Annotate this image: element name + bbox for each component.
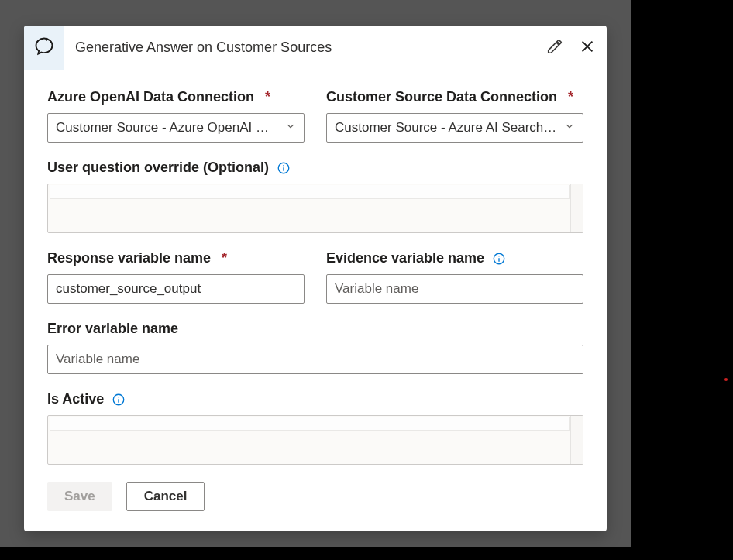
info-icon[interactable]: [277, 161, 291, 175]
side-black-panel: [631, 0, 733, 560]
formula-bar-side: [570, 184, 583, 232]
response-variable-name-label: Response variable name*: [47, 250, 305, 266]
azure-openai-connection-value: Customer Source - Azure OpenAI …: [56, 120, 279, 136]
dialog-footer: Save Cancel: [47, 482, 583, 511]
edit-button[interactable]: [539, 26, 571, 70]
close-button[interactable]: [571, 26, 604, 70]
error-variable-name-label: Error variable name: [47, 321, 583, 337]
formula-bar-inner: [50, 417, 570, 431]
formula-bar-side: [570, 416, 583, 464]
chevron-down-icon: [564, 120, 575, 136]
evidence-variable-name-input[interactable]: [326, 274, 583, 304]
customer-source-connection-label: Customer Source Data Connection*: [326, 89, 583, 105]
error-variable-name-input[interactable]: [47, 345, 583, 374]
formula-bar-inner: [50, 185, 570, 199]
svg-point-4: [283, 164, 284, 166]
cancel-button[interactable]: Cancel: [126, 482, 205, 511]
azure-openai-connection-select[interactable]: Customer Source - Azure OpenAI …: [47, 113, 305, 143]
customer-source-connection-value: Customer Source - Azure AI Search…: [335, 120, 558, 136]
customer-source-connection-select[interactable]: Customer Source - Azure AI Search…: [326, 113, 583, 143]
svg-point-10: [119, 396, 120, 397]
dialog-panel: Generative Answer on Customer Sources Az…: [24, 26, 607, 531]
dialog-header: Generative Answer on Customer Sources: [24, 26, 607, 70]
dialog-title: Generative Answer on Customer Sources: [64, 40, 539, 56]
chat-spark-icon: [33, 36, 55, 60]
red-indicator-dot: [724, 378, 728, 381]
is-active-input[interactable]: [47, 415, 583, 465]
user-question-override-label: User question override (Optional): [47, 160, 583, 176]
header-icon-container: [24, 26, 64, 70]
close-icon: [579, 38, 596, 58]
svg-point-7: [498, 255, 500, 256]
save-button: Save: [47, 482, 112, 511]
info-icon[interactable]: [492, 252, 506, 266]
response-variable-name-input[interactable]: [47, 274, 305, 304]
pencil-icon: [546, 38, 563, 58]
chevron-down-icon: [285, 120, 296, 136]
azure-openai-connection-label: Azure OpenAI Data Connection*: [47, 89, 305, 105]
user-question-override-input[interactable]: [47, 184, 583, 233]
evidence-variable-name-label: Evidence variable name: [326, 250, 583, 266]
dialog-body: Azure OpenAI Data Connection* Customer S…: [24, 70, 607, 514]
bottom-black-strip: [0, 547, 733, 560]
info-icon[interactable]: [112, 393, 126, 407]
is-active-label: Is Active: [47, 391, 583, 407]
